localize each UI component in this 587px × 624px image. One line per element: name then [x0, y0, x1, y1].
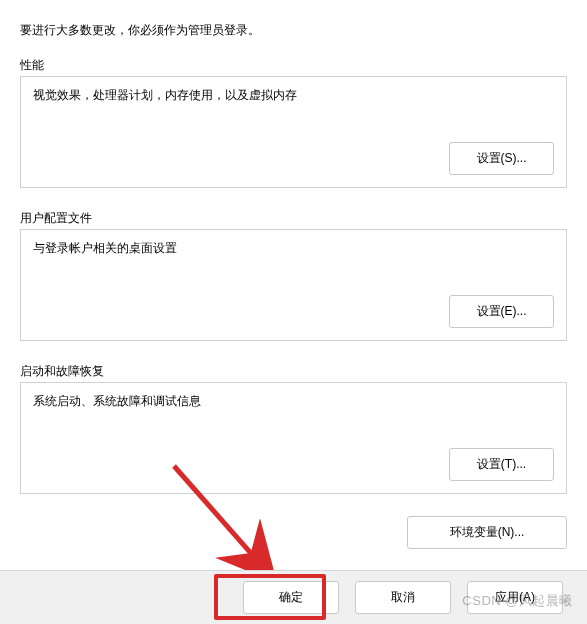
group-startup-desc: 系统启动、系统故障和调试信息 [33, 393, 554, 410]
group-userprofile-desc: 与登录帐户相关的桌面设置 [33, 240, 554, 257]
group-performance-label: 性能 [20, 57, 567, 74]
ok-button[interactable]: 确定 [243, 581, 339, 614]
group-performance-btn-row: 设置(S)... [33, 142, 554, 175]
group-userprofile-label: 用户配置文件 [20, 210, 567, 227]
group-startup-box: 系统启动、系统故障和调试信息 设置(T)... [20, 382, 567, 494]
intro-text: 要进行大多数更改，你必须作为管理员登录。 [20, 22, 567, 39]
group-performance: 性能 视觉效果，处理器计划，内存使用，以及虚拟内存 设置(S)... [20, 57, 567, 188]
group-startup-btn-row: 设置(T)... [33, 448, 554, 481]
settings-performance-button[interactable]: 设置(S)... [449, 142, 554, 175]
settings-userprofile-button[interactable]: 设置(E)... [449, 295, 554, 328]
group-performance-desc: 视觉效果，处理器计划，内存使用，以及虚拟内存 [33, 87, 554, 104]
group-userprofile: 用户配置文件 与登录帐户相关的桌面设置 设置(E)... [20, 210, 567, 341]
group-userprofile-box: 与登录帐户相关的桌面设置 设置(E)... [20, 229, 567, 341]
group-performance-box: 视觉效果，处理器计划，内存使用，以及虚拟内存 设置(S)... [20, 76, 567, 188]
env-row: 环境变量(N)... [0, 516, 587, 549]
dialog-bottom-bar: 确定 取消 应用(A) [0, 570, 587, 624]
dialog-content: 要进行大多数更改，你必须作为管理员登录。 性能 视觉效果，处理器计划，内存使用，… [0, 0, 587, 494]
group-userprofile-btn-row: 设置(E)... [33, 295, 554, 328]
apply-button[interactable]: 应用(A) [467, 581, 563, 614]
group-startup: 启动和故障恢复 系统启动、系统故障和调试信息 设置(T)... [20, 363, 567, 494]
settings-startup-button[interactable]: 设置(T)... [449, 448, 554, 481]
environment-variables-button[interactable]: 环境变量(N)... [407, 516, 567, 549]
group-startup-label: 启动和故障恢复 [20, 363, 567, 380]
cancel-button[interactable]: 取消 [355, 581, 451, 614]
